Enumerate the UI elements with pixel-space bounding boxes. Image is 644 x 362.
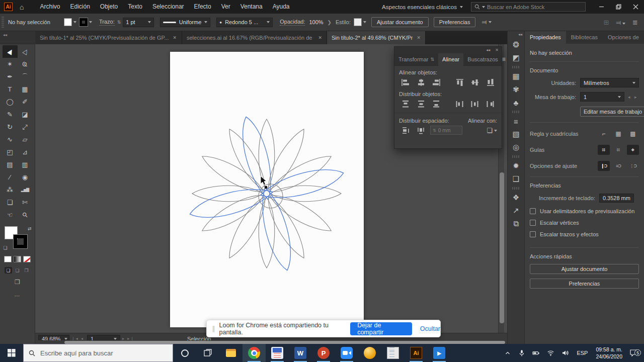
document-tab-3[interactable]: Sin título-2* al 49.68% (CMYK/Previsuali… [327, 31, 426, 44]
selected-petal-path[interactable] [236, 114, 279, 202]
swap-fill-stroke-icon[interactable]: ⇄ [28, 226, 32, 231]
snap-grid-button[interactable]: ≡Ɔ [612, 161, 624, 171]
taskbar-file-explorer[interactable] [219, 344, 243, 362]
more-options-icon[interactable]: ❯ [328, 20, 332, 25]
petal-path[interactable] [198, 149, 267, 198]
tab-opciones[interactable]: Opciones de [603, 31, 644, 44]
tool-symbol-sprayer[interactable]: ⁂ [3, 184, 18, 196]
panel-button-color-guide[interactable]: ◩ [509, 51, 523, 64]
opacity-value[interactable]: 100% [309, 19, 323, 25]
menu-edicion[interactable]: Edición [65, 0, 95, 14]
quick-fit-document-button[interactable]: Ajustar documento [530, 264, 639, 274]
align-icon-vertical-bottom[interactable] [430, 99, 443, 109]
tool-pen[interactable]: ✒ [3, 70, 18, 83]
volume-icon[interactable] [558, 349, 573, 356]
style-swatch[interactable] [354, 18, 362, 26]
align-icon-horizontal-right[interactable] [484, 99, 497, 109]
tool-perspective-grid[interactable]: ⊿ [18, 146, 33, 158]
tool-selection[interactable]: ▶ [3, 45, 18, 58]
tool-slice[interactable]: ✄ [18, 196, 33, 209]
taskbar-illustrator[interactable]: Ai [405, 344, 428, 362]
tool-hand[interactable]: ☜ [3, 209, 18, 221]
taskbar-word[interactable]: W [289, 344, 312, 362]
tab-propiedades[interactable]: Propiedades [525, 31, 566, 44]
checkbox[interactable] [530, 208, 536, 214]
taskbar-chrome[interactable] [243, 344, 266, 362]
horizontal-scrollbar[interactable] [35, 340, 507, 344]
edit-toolbar-icon[interactable]: ⋯ [15, 293, 21, 299]
selected-petal-path[interactable] [255, 185, 298, 273]
style-control[interactable] [354, 18, 366, 26]
panel-button-layers[interactable]: ❖ [509, 191, 523, 204]
preference-checkbox-row[interactable]: Usar delimitadores de previsualización [530, 208, 639, 214]
stroke-color-control[interactable] [79, 18, 92, 26]
opacity-label[interactable]: Opacidad: [280, 19, 305, 26]
petal-path[interactable] [192, 186, 263, 202]
battery-icon[interactable] [529, 349, 543, 356]
microphone-icon[interactable] [515, 349, 529, 357]
petal-path[interactable] [266, 149, 335, 198]
panel-button-graphic-styles[interactable]: ❑ [509, 172, 523, 186]
fill-color-control[interactable] [64, 18, 76, 26]
panel-button-symbols[interactable]: ♣ [509, 96, 523, 109]
tab-bibliotecas[interactable]: Bibliotecas [566, 31, 603, 44]
close-tab-icon[interactable]: ✕ [173, 35, 177, 40]
draw-normal-icon[interactable]: ❏ [5, 267, 12, 274]
language-indicator[interactable]: ESP [573, 350, 592, 356]
arrange-documents-icon[interactable]: ⊞ [603, 19, 609, 26]
dock-control-icon[interactable]: ⫤ [616, 19, 625, 27]
tool-scale[interactable]: ⤢ [18, 121, 33, 133]
toolbar-collapse[interactable]: ◂◂ [0, 31, 35, 44]
petal-path[interactable] [266, 189, 335, 237]
tool-magic-wand[interactable]: ✶ [3, 58, 18, 70]
tool-free-transform[interactable]: ▱ [18, 133, 33, 146]
adobe-stock-search[interactable]: Buscar en Adobe Stock [471, 2, 586, 12]
align-icon-horizontal-space[interactable] [415, 126, 428, 136]
fit-document-button[interactable]: Ajustar documento [371, 17, 429, 27]
preferences-button[interactable]: Preferencias [434, 17, 476, 27]
panel-button-artboards[interactable]: ↗ [509, 204, 523, 217]
document-tab-2[interactable]: selecciones.ai al 16.67% (RGB/Previsuali… [182, 31, 327, 44]
keyboard-increment-field[interactable]: 0.3528 mm [599, 194, 634, 203]
snap-point-button[interactable]: ❙Ɔ [598, 161, 610, 171]
none-button[interactable] [23, 256, 31, 262]
petal-path[interactable] [198, 189, 267, 237]
brush-field[interactable]: ● Redondo 5 ... [216, 18, 273, 27]
color-button[interactable] [4, 256, 12, 262]
smart-guides-button[interactable]: ⌖ [627, 145, 639, 155]
wifi-icon[interactable] [543, 349, 558, 356]
taskbar-zoom[interactable] [335, 344, 358, 362]
menu-ventana[interactable]: Ventana [235, 0, 268, 14]
vertical-scroll-thumb[interactable] [500, 172, 504, 323]
taskbar-movies-tv[interactable]: ▶ [428, 344, 451, 362]
tool-artboard[interactable]: ❏ [3, 196, 18, 209]
home-icon[interactable]: ⌂ [20, 3, 24, 11]
tool-rotate[interactable]: ↻ [3, 121, 18, 133]
show-guides-button[interactable]: ⌗ [598, 145, 610, 155]
align-icon-horizontal-center[interactable] [468, 99, 482, 109]
hide-link[interactable]: Ocultar [420, 325, 440, 332]
menu-objeto[interactable]: Objeto [95, 0, 123, 14]
tool-width[interactable]: ∿ [3, 133, 18, 146]
panel-button-color[interactable]: ❂ [509, 38, 523, 51]
drag-handle-icon[interactable]: ∥ [212, 325, 215, 332]
tool-curvature[interactable]: ⌒ [18, 70, 33, 83]
screen-mode-icon[interactable]: ❐ [15, 279, 20, 286]
workspace-switcher[interactable]: Aspectos esenciales clásicos [382, 4, 463, 10]
align-icon-vertical-bottom[interactable] [484, 77, 497, 87]
edit-artboards-button[interactable]: Editar mesas de trabajo [580, 107, 644, 117]
petal-path[interactable] [222, 193, 271, 262]
stroke-swatch[interactable] [79, 18, 88, 26]
lock-guides-button[interactable]: ⌗ [612, 145, 624, 155]
fill-swatch[interactable] [64, 18, 72, 26]
collapse-panel-icon[interactable]: ◂◂ [486, 48, 490, 52]
task-view-button[interactable] [196, 344, 219, 362]
taskbar-search[interactable]: Escribe aquí para buscar [23, 344, 173, 362]
preference-checkbox-row[interactable]: Escalar trazos y efectos [530, 231, 639, 237]
spacing-value-field[interactable]: ⇅0 mm [430, 126, 462, 135]
panel-button-brushes[interactable]: ✾ [509, 83, 523, 96]
tool-grid[interactable]: ▦ [18, 83, 33, 96]
horizontal-scroll-thumb[interactable] [64, 341, 505, 344]
dock-expand-icon[interactable]: ◂◂ [508, 31, 524, 38]
align-icon-vertical-space[interactable] [399, 126, 413, 136]
